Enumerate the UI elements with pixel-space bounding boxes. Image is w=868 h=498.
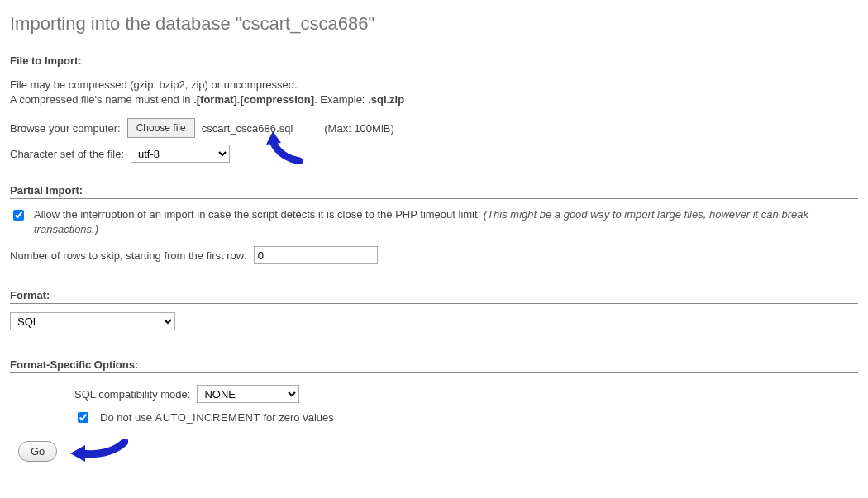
no-autoincrement-checkbox[interactable]: [78, 412, 88, 423]
file-compress-note: File may be compressed (gzip, bzip2, zip…: [10, 78, 858, 107]
section-file-to-import: File to Import:: [10, 55, 858, 69]
browse-label: Browse your computer:: [10, 122, 121, 135]
charset-select[interactable]: utf-8: [131, 145, 230, 163]
allow-interrupt-checkbox[interactable]: [13, 210, 24, 221]
section-format-options: Format-Specific Options:: [10, 358, 858, 373]
sql-compat-select[interactable]: NONE: [197, 385, 299, 403]
go-button[interactable]: Go: [18, 441, 57, 462]
max-size-hint: (Max: 100MiB): [324, 122, 394, 135]
charset-label: Character set of the file:: [10, 148, 124, 160]
charset-row: Character set of the file: utf-8: [10, 145, 858, 163]
no-autoincrement-label: Do not use AUTO_INCREMENT for zero value…: [100, 411, 334, 424]
page-title: Importing into the database "cscart_csca…: [10, 13, 858, 35]
allow-interrupt-label: Allow the interruption of an import in c…: [34, 207, 858, 236]
annotation-arrow-icon: [70, 439, 128, 463]
svg-marker-1: [70, 445, 85, 462]
selected-filename: cscart_csca686.sql: [202, 122, 293, 135]
format-select[interactable]: SQL: [10, 312, 175, 330]
section-format: Format:: [10, 289, 858, 304]
skip-rows-input[interactable]: [254, 246, 378, 264]
browse-row: Browse your computer: Choose file cscart…: [10, 118, 858, 138]
choose-file-button[interactable]: Choose file: [127, 118, 195, 138]
sql-compat-label: SQL compatibility mode:: [74, 388, 190, 401]
skip-rows-label: Number of rows to skip, starting from th…: [10, 249, 247, 262]
section-partial-import: Partial Import:: [10, 184, 858, 199]
